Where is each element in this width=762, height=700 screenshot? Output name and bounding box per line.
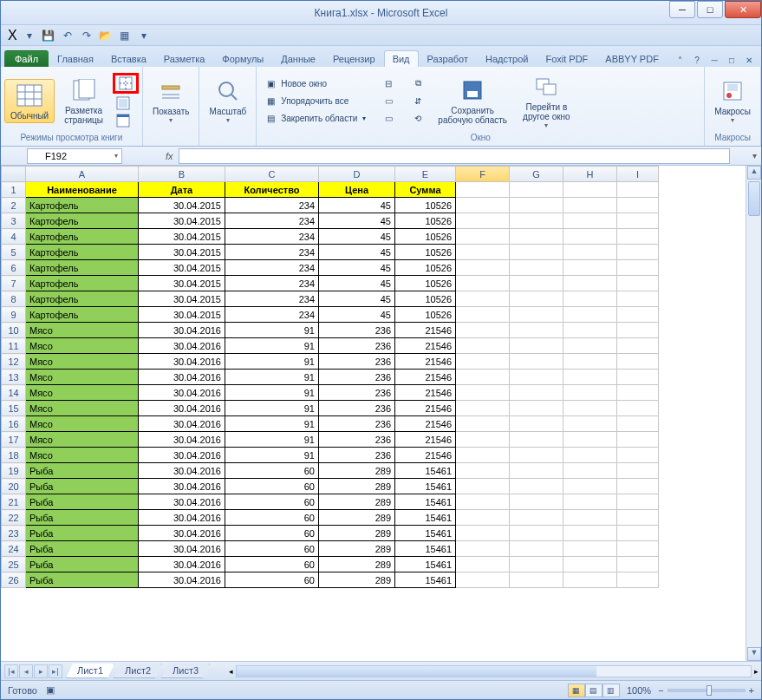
cell[interactable]: Картофель [26, 307, 139, 323]
cell[interactable]: 236 [319, 323, 395, 338]
cell[interactable]: 236 [319, 370, 395, 385]
cell[interactable]: 236 [319, 448, 395, 463]
cell[interactable] [563, 245, 617, 260]
cell[interactable]: Рыба [26, 572, 139, 588]
cell[interactable] [563, 557, 617, 572]
cell[interactable]: Картофель [26, 213, 139, 229]
name-box[interactable]: F192 [27, 148, 122, 164]
cell[interactable] [617, 182, 659, 198]
cell[interactable]: 234 [225, 245, 319, 260]
cell[interactable]: 21546 [395, 370, 456, 385]
cell[interactable]: 15461 [395, 494, 456, 510]
sheet-tab[interactable]: Лист1 [66, 664, 114, 678]
col-header[interactable]: G [510, 167, 563, 182]
cell[interactable] [456, 401, 510, 416]
prev-sheet-icon[interactable]: ◂ [19, 664, 33, 678]
cell[interactable] [563, 463, 617, 479]
cell[interactable]: 30.04.2016 [139, 338, 225, 354]
col-header[interactable]: C [225, 167, 319, 182]
cell[interactable] [510, 276, 563, 291]
cell[interactable]: Картофель [26, 229, 139, 245]
cell[interactable]: Картофель [26, 198, 139, 213]
tab-Разработ[interactable]: Разработ [419, 50, 477, 67]
horizontal-scrollbar[interactable]: ◂ ▸ [226, 665, 761, 677]
mdi-restore-icon[interactable]: □ [725, 53, 739, 67]
col-header[interactable]: I [617, 167, 659, 182]
cell[interactable] [456, 494, 510, 510]
row-header[interactable]: 17 [2, 432, 26, 448]
cell[interactable]: 21546 [395, 432, 456, 448]
cell[interactable]: 30.04.2015 [139, 260, 225, 276]
excel-icon[interactable]: X [8, 28, 17, 43]
cell[interactable] [563, 276, 617, 291]
cell[interactable]: 15461 [395, 510, 456, 526]
cell[interactable]: 30.04.2016 [139, 370, 225, 385]
row-header[interactable]: 26 [2, 572, 26, 588]
cell[interactable] [510, 463, 563, 479]
tab-Вид[interactable]: Вид [384, 50, 419, 67]
cell[interactable] [617, 291, 659, 307]
cell[interactable] [456, 229, 510, 245]
last-sheet-icon[interactable]: ▸| [49, 664, 62, 678]
cell[interactable]: 30.04.2015 [139, 229, 225, 245]
cell[interactable] [456, 479, 510, 494]
cell[interactable]: Рыба [26, 510, 139, 526]
row-header[interactable]: 21 [2, 494, 26, 510]
cell[interactable]: 289 [319, 557, 395, 572]
cell[interactable] [563, 401, 617, 416]
cell[interactable]: 234 [225, 198, 319, 213]
cell[interactable]: 30.04.2016 [139, 479, 225, 494]
cell[interactable]: 30.04.2015 [139, 291, 225, 307]
cell[interactable] [510, 307, 563, 323]
cell[interactable]: 10526 [395, 213, 456, 229]
cell[interactable] [617, 510, 659, 526]
cell[interactable]: 30.04.2016 [139, 463, 225, 479]
cell[interactable]: 21546 [395, 338, 456, 354]
cell[interactable] [617, 432, 659, 448]
cell[interactable] [456, 291, 510, 307]
cell[interactable] [510, 541, 563, 557]
cell[interactable] [563, 448, 617, 463]
cell[interactable]: Мясо [26, 416, 139, 432]
row-header[interactable]: 9 [2, 307, 26, 323]
row-header[interactable]: 11 [2, 338, 26, 354]
new-icon[interactable]: ▦ [118, 29, 132, 43]
cell[interactable]: 45 [319, 291, 395, 307]
cell[interactable] [510, 323, 563, 338]
close-button[interactable]: ✕ [725, 1, 761, 18]
view-page-break-button[interactable] [113, 73, 139, 94]
cell[interactable] [456, 541, 510, 557]
minimize-ribbon-icon[interactable]: ˄ [673, 53, 687, 67]
cell[interactable]: 21546 [395, 323, 456, 338]
maximize-button[interactable]: □ [697, 1, 723, 18]
cell[interactable] [563, 432, 617, 448]
cell[interactable] [510, 291, 563, 307]
cell[interactable] [617, 338, 659, 354]
cell[interactable] [510, 416, 563, 432]
cell[interactable]: 30.04.2016 [139, 323, 225, 338]
cell[interactable]: 30.04.2016 [139, 416, 225, 432]
undo-icon[interactable]: ↶ [61, 29, 75, 43]
scroll-left-icon[interactable]: ◂ [226, 667, 236, 676]
cell[interactable]: 91 [225, 401, 319, 416]
cell[interactable]: 236 [319, 385, 395, 401]
cell[interactable] [563, 494, 617, 510]
row-header[interactable]: 8 [2, 291, 26, 307]
row-header[interactable]: 25 [2, 557, 26, 572]
cell[interactable] [456, 526, 510, 541]
cell[interactable]: 21546 [395, 401, 456, 416]
cell[interactable]: Картофель [26, 260, 139, 276]
cell[interactable]: 10526 [395, 291, 456, 307]
cell[interactable]: 234 [225, 260, 319, 276]
cell[interactable]: 10526 [395, 245, 456, 260]
next-sheet-icon[interactable]: ▸ [34, 664, 48, 678]
cell[interactable] [510, 245, 563, 260]
row-header[interactable]: 20 [2, 479, 26, 494]
cell[interactable] [617, 463, 659, 479]
cell[interactable]: 289 [319, 572, 395, 588]
cell[interactable]: 10526 [395, 276, 456, 291]
row-header[interactable]: 23 [2, 526, 26, 541]
cell[interactable] [456, 260, 510, 276]
cell[interactable]: Рыба [26, 479, 139, 494]
cell[interactable] [617, 229, 659, 245]
